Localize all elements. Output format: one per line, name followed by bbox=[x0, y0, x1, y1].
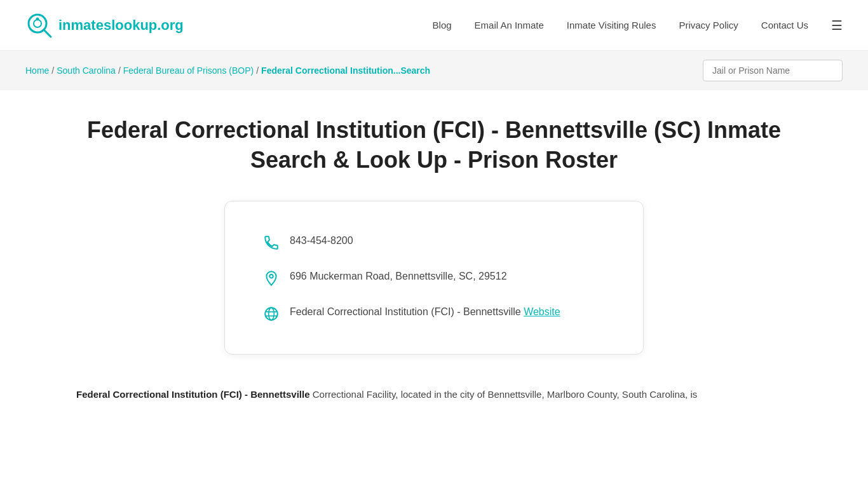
page-title: Federal Correctional Institution (FCI) -… bbox=[64, 116, 804, 175]
logo-text: inmateslookup.org bbox=[58, 17, 184, 34]
logo-icon bbox=[25, 11, 53, 39]
nav-visiting-rules[interactable]: Inmate Visiting Rules bbox=[567, 20, 656, 30]
nav-email-inmate[interactable]: Email An Inmate bbox=[475, 20, 544, 30]
facility-name-bold: Federal Correctional Institution (FCI) -… bbox=[76, 389, 310, 400]
hamburger-menu-icon[interactable]: ☰ bbox=[831, 18, 843, 33]
svg-point-5 bbox=[265, 308, 278, 320]
prison-search-input[interactable] bbox=[703, 60, 843, 81]
address-text: 696 Muckerman Road, Bennettsville, SC, 2… bbox=[290, 269, 507, 284]
svg-point-3 bbox=[36, 17, 39, 20]
breadcrumb-home[interactable]: Home bbox=[25, 65, 49, 76]
breadcrumb-sep-2: / bbox=[118, 65, 121, 76]
breadcrumb-current: Federal Correctional Institution...Searc… bbox=[261, 65, 430, 76]
website-link[interactable]: Website bbox=[524, 306, 560, 317]
svg-point-6 bbox=[269, 308, 275, 320]
breadcrumb-state[interactable]: South Carolina bbox=[57, 65, 116, 76]
nav-privacy-policy[interactable]: Privacy Policy bbox=[679, 20, 738, 30]
svg-point-1 bbox=[34, 20, 41, 27]
breadcrumb-bar: Home / South Carolina / Federal Bureau o… bbox=[0, 51, 868, 90]
phone-row: 843-454-8200 bbox=[263, 233, 605, 251]
description-text: Correctional Facility, located in the ci… bbox=[310, 389, 698, 400]
site-header: inmateslookup.org Blog Email An Inmate I… bbox=[0, 0, 868, 51]
breadcrumb-bureau[interactable]: Federal Bureau of Prisons (BOP) bbox=[123, 65, 254, 76]
website-row: Federal Correctional Institution (FCI) -… bbox=[263, 304, 605, 322]
svg-point-4 bbox=[269, 274, 273, 278]
website-text: Federal Correctional Institution (FCI) -… bbox=[290, 304, 560, 320]
breadcrumb-sep-1: / bbox=[51, 65, 54, 76]
facility-description: Federal Correctional Institution (FCI) -… bbox=[64, 386, 804, 403]
phone-icon bbox=[263, 234, 280, 251]
address-row: 696 Muckerman Road, Bennettsville, SC, 2… bbox=[263, 269, 605, 287]
logo[interactable]: inmateslookup.org bbox=[25, 11, 184, 39]
info-card: 843-454-8200 696 Muckerman Road, Bennett… bbox=[224, 201, 644, 355]
breadcrumb: Home / South Carolina / Federal Bureau o… bbox=[25, 65, 430, 76]
location-icon bbox=[263, 270, 280, 287]
nav-blog[interactable]: Blog bbox=[433, 20, 452, 30]
main-content: Federal Correctional Institution (FCI) -… bbox=[0, 90, 868, 428]
phone-number: 843-454-8200 bbox=[290, 233, 353, 248]
nav-contact-us[interactable]: Contact Us bbox=[761, 20, 808, 30]
main-nav: Blog Email An Inmate Inmate Visiting Rul… bbox=[433, 18, 843, 33]
breadcrumb-sep-3: / bbox=[256, 65, 259, 76]
svg-line-2 bbox=[44, 30, 51, 37]
globe-icon bbox=[263, 306, 280, 322]
